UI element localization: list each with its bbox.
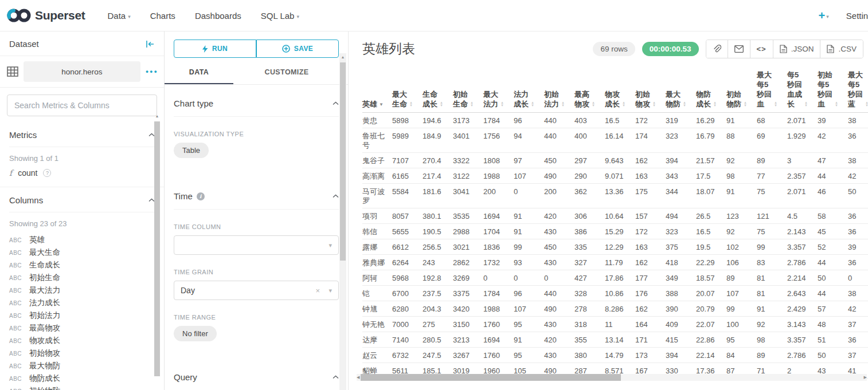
- data-cell: 5655: [392, 224, 423, 239]
- export-csv-button[interactable]: .CSV: [820, 40, 863, 58]
- column-header[interactable]: 最大物防▲▼: [666, 68, 696, 113]
- column-header[interactable]: 物攻成长▲▼: [605, 68, 635, 113]
- time-column-select[interactable]: ▾: [174, 235, 339, 255]
- time-range-value[interactable]: No filter: [174, 326, 217, 341]
- copy-link-button[interactable]: [706, 40, 728, 58]
- column-header[interactable]: 物防成长▲▼: [696, 68, 726, 113]
- nav-item-sql-lab[interactable]: SQL Lab▾: [261, 11, 299, 21]
- column-header[interactable]: 初始物攻▲▼: [635, 68, 666, 113]
- scroll-up-icon[interactable]: ▲: [154, 112, 160, 120]
- panel-scrollbar[interactable]: ▲: [339, 53, 346, 390]
- chevron-up-icon: [333, 101, 339, 105]
- columns-section-header[interactable]: Columns: [9, 187, 155, 212]
- column-list-item[interactable]: ABC生命成长: [9, 259, 155, 271]
- dataset-name[interactable]: honor.heros: [24, 61, 140, 82]
- column-list-item[interactable]: ABC物防成长: [9, 372, 155, 385]
- data-cell: 328: [574, 286, 605, 301]
- data-cell: 81: [757, 286, 787, 301]
- column-name: 初始物攻: [29, 348, 60, 359]
- data-cell: 36: [848, 255, 868, 270]
- tab-data[interactable]: DATA: [165, 62, 233, 84]
- column-header[interactable]: 初始生命▲▼: [453, 68, 483, 113]
- column-list-item[interactable]: ABC最大物防: [9, 360, 155, 372]
- column-list-item[interactable]: ABC法力成长: [9, 297, 155, 309]
- superset-brand[interactable]: Superset: [7, 7, 85, 23]
- abc-type-icon: ABC: [9, 300, 23, 306]
- column-header[interactable]: 每5秒回血成长▲▼: [787, 68, 818, 113]
- new-item-button[interactable]: +▾: [819, 9, 829, 22]
- column-header-inner: 物防成长▲▼: [696, 89, 724, 109]
- column-header[interactable]: 最大生命▲▼: [392, 68, 423, 113]
- clear-icon[interactable]: ×: [315, 286, 320, 295]
- column-list-item[interactable]: ABC最大生命: [9, 246, 155, 259]
- time-title: Time: [174, 191, 193, 201]
- metrics-section-header[interactable]: Metrics: [9, 122, 155, 147]
- column-header[interactable]: 初始物防▲▼: [726, 68, 757, 113]
- run-label: RUN: [212, 45, 228, 53]
- viz-type-value[interactable]: Table: [174, 143, 209, 158]
- column-header[interactable]: 最高物攻▲▼: [574, 68, 605, 113]
- nav-item-data[interactable]: Data▾: [107, 11, 130, 21]
- collapse-panel-icon[interactable]: [146, 40, 155, 48]
- column-list-item[interactable]: ABC物攻成长: [9, 334, 155, 347]
- query-duration-badge: 00:00:00.53: [642, 42, 699, 56]
- scrollbar-thumb[interactable]: [340, 62, 346, 261]
- data-cell: 1756: [483, 128, 514, 153]
- run-button[interactable]: RUN: [174, 40, 256, 58]
- column-header[interactable]: 法力成长▲▼: [514, 68, 544, 113]
- chart-type-title: Chart type: [174, 99, 213, 108]
- data-cell: 0: [514, 270, 544, 286]
- hero-name-cell: 高渐离: [362, 168, 392, 184]
- horizontal-scrollbar[interactable]: ◀ ▶: [357, 374, 867, 381]
- chart-type-section-header[interactable]: Chart type: [174, 85, 339, 117]
- sort-down-icon: ▼: [652, 104, 656, 107]
- scrollbar-thumb[interactable]: [361, 374, 621, 381]
- export-json-button[interactable]: .JSON: [773, 40, 820, 58]
- nav-item-charts[interactable]: Charts: [150, 11, 175, 21]
- scroll-right-icon[interactable]: ▶: [864, 373, 867, 381]
- tab-customize[interactable]: CUSTOMIZE: [233, 62, 340, 84]
- viz-type-label: VISUALIZATION TYPE: [174, 131, 339, 137]
- more-options-icon[interactable]: ●●●: [146, 69, 158, 74]
- column-header[interactable]: 初始法力▲▼: [544, 68, 574, 113]
- data-cell: 99: [757, 239, 787, 255]
- time-grain-select[interactable]: Day × ▾: [174, 281, 339, 300]
- data-cell: 162: [635, 255, 666, 270]
- column-header[interactable]: 初始每5秒回血▲▼: [818, 68, 848, 113]
- column-header[interactable]: 最大每5秒回蓝▲▼: [848, 68, 868, 113]
- chart-title[interactable]: 英雄列表: [362, 40, 415, 58]
- column-header[interactable]: 最大每5秒回血▲▼: [757, 68, 787, 113]
- column-list-item[interactable]: ABC最高物攻: [9, 322, 155, 334]
- column-list-item[interactable]: ABC初始物攻: [9, 347, 155, 360]
- time-section-header[interactable]: Time i: [174, 178, 339, 210]
- column-header[interactable]: 英雄▼: [362, 68, 392, 113]
- settings-menu[interactable]: Settings: [846, 11, 868, 21]
- embed-code-button[interactable]: <>: [750, 40, 773, 58]
- column-list-item[interactable]: ABC初始法力: [9, 309, 155, 322]
- column-list-item[interactable]: ABC英雄: [9, 234, 155, 246]
- column-list-item[interactable]: ABC初始物防: [9, 385, 155, 390]
- scroll-up-icon[interactable]: ▲: [339, 53, 346, 61]
- columns-list: ABC英雄ABC最大生命ABC生命成长ABC初始生命ABC最大法力ABC法力成长…: [9, 234, 155, 390]
- question-circle-icon: ?: [43, 169, 51, 177]
- column-header[interactable]: 最大法力▲▼: [483, 68, 514, 113]
- query-section-header[interactable]: Query: [174, 359, 339, 390]
- sort-icon: ▲▼: [531, 101, 534, 107]
- data-cell: 318: [574, 317, 605, 332]
- column-name: 初始生命: [29, 273, 60, 283]
- column-header[interactable]: 生命成长▲▼: [423, 68, 453, 113]
- nav-item-dashboards[interactable]: Dashboards: [195, 11, 241, 21]
- scroll-left-icon[interactable]: ◀: [357, 373, 359, 381]
- search-input[interactable]: [7, 94, 157, 116]
- hero-name-cell: 项羽: [362, 208, 392, 224]
- scrollbar-thumb[interactable]: [154, 121, 160, 376]
- column-list-item[interactable]: ABC最大法力: [9, 284, 155, 297]
- save-button[interactable]: SAVE: [256, 40, 339, 58]
- data-cell: 16.5: [696, 224, 726, 239]
- metric-item-count[interactable]: f count ?: [9, 168, 155, 178]
- sidebar-scrollbar[interactable]: ▲: [154, 112, 160, 390]
- column-list-item[interactable]: ABC初始生命: [9, 271, 155, 284]
- table-row: 高渐离6165217.4312219881074902909.071163343…: [362, 168, 868, 184]
- email-button[interactable]: [728, 40, 750, 58]
- data-cell: 3041: [453, 184, 483, 208]
